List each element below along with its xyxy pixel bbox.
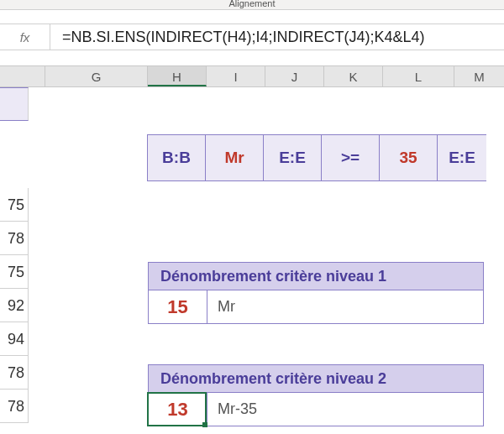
cell[interactable]: 94	[0, 322, 29, 356]
count-block-level-2: Dénombrement critère niveau 2 13 Mr-35	[148, 364, 484, 426]
cell[interactable]: 92	[0, 289, 29, 322]
cell[interactable]: 78	[0, 356, 29, 390]
fx-button[interactable]: fx	[0, 24, 50, 50]
col-header-m[interactable]: M	[454, 66, 504, 86]
ribbon-group-text: Alignement	[228, 0, 275, 8]
col-header-blank[interactable]	[0, 66, 45, 86]
ribbon-group-label: Alignement	[0, 0, 504, 10]
col-header-k[interactable]: K	[324, 66, 383, 86]
count-block-2-label[interactable]: Mr-35	[207, 393, 483, 426]
criteria-range-1[interactable]: B:B	[147, 134, 206, 181]
count-block-2-value[interactable]: 13	[149, 393, 207, 426]
cell[interactable]	[0, 87, 29, 121]
column-headers: G H I J K L M	[0, 65, 504, 87]
cell[interactable]: 78	[0, 222, 29, 255]
criteria-operator[interactable]: >=	[321, 134, 380, 181]
cell[interactable]: 75	[0, 188, 29, 222]
criteria-row: B:B Mr E:E >= 35 E:E	[148, 134, 486, 181]
col-header-i[interactable]: I	[207, 66, 265, 86]
count-block-2-title[interactable]: Dénombrement critère niveau 2	[148, 364, 484, 393]
count-block-1-label[interactable]: Mr	[207, 290, 483, 323]
col-header-j[interactable]: J	[265, 66, 324, 86]
cell[interactable]: 78	[0, 390, 29, 423]
criteria-range-3[interactable]: E:E	[437, 134, 486, 181]
criteria-range-2[interactable]: E:E	[263, 134, 322, 181]
formula-bar: fx =NB.SI.ENS(INDIRECT(H4);I4;INDIRECT(J…	[0, 24, 504, 50]
col-header-l[interactable]: L	[383, 66, 454, 86]
formula-input[interactable]: =NB.SI.ENS(INDIRECT(H4);I4;INDIRECT(J4);…	[50, 24, 504, 50]
criteria-value-1[interactable]: Mr	[205, 134, 264, 181]
count-block-1-value[interactable]: 15	[149, 290, 207, 323]
criteria-value-2[interactable]: 35	[379, 134, 438, 181]
worksheet-grid[interactable]: 75 78 75 92 94 78 78 B:B Mr E:E >= 35 E:…	[0, 87, 504, 434]
col-header-h[interactable]: H	[148, 66, 207, 86]
count-block-level-1: Dénombrement critère niveau 1 15 Mr	[148, 262, 484, 324]
cell[interactable]: 75	[0, 255, 29, 289]
count-block-1-title[interactable]: Dénombrement critère niveau 1	[148, 262, 484, 290]
col-header-g[interactable]: G	[45, 66, 148, 86]
